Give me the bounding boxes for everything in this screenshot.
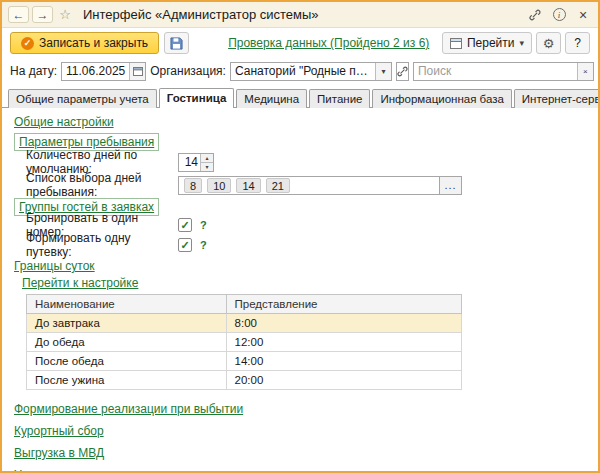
link-goto-settings[interactable]: Перейти к настройке: [22, 276, 138, 290]
help-button[interactable]: ?: [565, 32, 590, 54]
column-header-name[interactable]: Наименование: [27, 295, 227, 314]
help-question-link[interactable]: ?: [200, 219, 207, 231]
chevron-down-icon[interactable]: ▾: [375, 63, 391, 80]
stepper-up-icon[interactable]: ▴: [201, 154, 213, 163]
group-day-bounds: Границы суток: [14, 259, 586, 273]
save-and-close-button[interactable]: ✓ Записать и закрыть: [10, 32, 159, 54]
save-button[interactable]: [164, 32, 189, 54]
link-icon[interactable]: [396, 62, 409, 81]
day-bounds-table: Наименование Представление До завтрака 8…: [26, 294, 462, 390]
tab-medicine[interactable]: Медицина: [236, 89, 307, 108]
goto-button[interactable]: Перейти ▾: [442, 32, 532, 54]
organization-select[interactable]: Санаторий "Родные просторы" ▾: [230, 62, 392, 81]
book-one-room-checkbox[interactable]: ✓: [178, 218, 192, 232]
single-voucher-label: Формировать одну путевку:: [26, 231, 178, 259]
group-day-bounds-title[interactable]: Границы суток: [14, 259, 95, 273]
days-default-value: 14: [179, 154, 200, 171]
check-icon: ✓: [21, 37, 34, 50]
chevron-down-icon: ▾: [519, 38, 524, 48]
cell-name: После обеда: [27, 352, 227, 371]
link-notifications[interactable]: Уведомления: [14, 468, 89, 471]
help-question-link[interactable]: ?: [200, 239, 207, 251]
cell-value: 8:00: [226, 314, 461, 333]
tab-general-accounting[interactable]: Общие параметры учета: [8, 89, 157, 108]
app-window: ← → ☆ Интерфейс «Администратор системы» …: [0, 0, 600, 473]
cell-name: До завтрака: [27, 314, 227, 333]
gear-icon[interactable]: ⚙: [536, 32, 561, 54]
days-default-row: Количество дней по умолчанию: 14 ▴ ▾: [26, 152, 586, 172]
day-tag: 21: [266, 178, 290, 193]
cell-value: 20:00: [226, 371, 461, 390]
link-resort-fee[interactable]: Курортный сбор: [14, 424, 104, 439]
save-and-close-label: Записать и закрыть: [39, 36, 148, 50]
filter-bar: На дату: 11.06.2025 Организация: Санатор…: [2, 58, 598, 84]
data-check-link[interactable]: Проверка данных (Пройдено 2 из 6): [228, 36, 429, 50]
cell-value: 12:00: [226, 333, 461, 352]
command-bar: ✓ Записать и закрыть Проверка данных (Пр…: [2, 28, 598, 58]
calendar-icon[interactable]: [129, 63, 145, 80]
forward-icon[interactable]: →: [32, 6, 53, 23]
group-stay-params: Параметры пребывания: [14, 135, 586, 149]
stepper-buttons: ▴ ▾: [200, 154, 213, 171]
days-list-label: Список выбора дней пребывания:: [26, 171, 178, 199]
get-link-icon[interactable]: [526, 6, 544, 23]
cell-name: До обеда: [27, 333, 227, 352]
back-icon[interactable]: ←: [8, 6, 29, 23]
search-input[interactable]: [414, 64, 577, 79]
info-icon[interactable]: i: [550, 6, 568, 23]
organization-value: Санаторий "Родные просторы": [231, 64, 375, 78]
title-bar: ← → ☆ Интерфейс «Администратор системы» …: [2, 2, 598, 28]
close-icon[interactable]: ×: [574, 6, 592, 23]
goto-label: Перейти: [467, 36, 515, 50]
table-row[interactable]: До обеда 12:00: [27, 333, 462, 352]
days-list-row: Список выбора дней пребывания: 8 10 14 2…: [26, 175, 586, 195]
stepper-down-icon[interactable]: ▾: [201, 163, 213, 171]
titlebar-actions: i ×: [526, 6, 592, 23]
date-label: На дату:: [10, 64, 57, 78]
date-field[interactable]: 11.06.2025: [61, 62, 146, 81]
day-tag: 8: [184, 178, 202, 193]
tab-food[interactable]: Питание: [309, 89, 370, 108]
cell-value: 14:00: [226, 352, 461, 371]
link-realization-on-departure[interactable]: Формирование реализации при выбытии: [14, 402, 243, 417]
date-value: 11.06.2025: [62, 64, 129, 78]
tab-bar: Общие параметры учета Гостиница Медицина…: [2, 84, 598, 108]
table-row[interactable]: После обеда 14:00: [27, 352, 462, 371]
cell-name: После ужина: [27, 371, 227, 390]
tab-content-hotel: Общие настройки Параметры пребывания Кол…: [2, 108, 598, 471]
link-general-settings[interactable]: Общие настройки: [14, 115, 114, 129]
days-list-field[interactable]: 8 10 14 21: [178, 176, 440, 195]
days-default-stepper[interactable]: 14 ▴ ▾: [178, 153, 214, 172]
table-row[interactable]: До завтрака 8:00: [27, 314, 462, 333]
column-header-representation[interactable]: Представление: [226, 295, 461, 314]
organization-label: Организация:: [150, 64, 226, 78]
table-row[interactable]: После ужина 20:00: [27, 371, 462, 390]
ellipsis-button[interactable]: ...: [440, 176, 462, 195]
day-tag: 10: [207, 178, 231, 193]
toolbar-right-group: Перейти ▾ ⚙ ?: [442, 32, 590, 54]
tab-hotel[interactable]: Гостиница: [159, 88, 235, 108]
single-voucher-row: Формировать одну путевку: ✓ ?: [26, 236, 586, 254]
favorite-star-icon[interactable]: ☆: [56, 6, 74, 23]
panel-icon: [450, 38, 462, 49]
day-tag: 14: [236, 178, 260, 193]
link-mvd-upload[interactable]: Выгрузка в МВД: [14, 446, 104, 461]
tab-infobase[interactable]: Информационная база: [372, 89, 511, 108]
page-title: Интерфейс «Администратор системы»: [83, 7, 319, 22]
search-field: ×: [413, 62, 594, 81]
floppy-icon: [170, 37, 183, 50]
table-header-row: Наименование Представление: [27, 295, 462, 314]
single-voucher-checkbox[interactable]: ✓: [178, 238, 192, 252]
tab-internet-services[interactable]: Интернет-сервисы: [514, 89, 600, 108]
clear-search-icon[interactable]: ×: [577, 63, 593, 80]
